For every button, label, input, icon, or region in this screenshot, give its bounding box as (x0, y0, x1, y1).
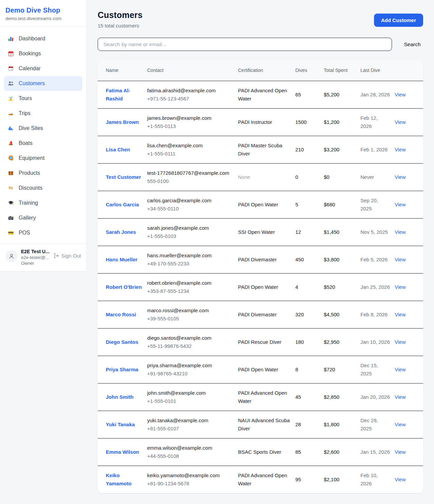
customers-table-card: Name Contact Certification Dives Total S… (98, 60, 423, 493)
view-customer-link[interactable]: View (395, 92, 406, 97)
customer-dives-cell: 0 (295, 163, 324, 191)
view-customer-link[interactable]: View (395, 147, 406, 152)
user-role: Owner (21, 261, 50, 266)
sidebar-item-trips[interactable]: Trips (4, 106, 82, 121)
customer-total-spent-cell: $720 (324, 356, 360, 383)
customer-contact-cell: marco.rossi@example.com +39-555-0105 (147, 301, 238, 328)
view-customer-link[interactable]: View (395, 202, 406, 207)
customer-actions-cell: View (395, 218, 423, 246)
customer-contact-cell: emma.wilson@example.com +44-555-0108 (147, 438, 238, 466)
customer-name-link[interactable]: Priya Sharma (106, 367, 138, 372)
customer-name-link[interactable]: Fatima Al-Rashid (106, 88, 130, 101)
view-customer-link[interactable]: View (395, 312, 406, 317)
calendar-icon: 17 (7, 50, 14, 57)
page-title: Customers (98, 10, 142, 20)
view-customer-link[interactable]: View (395, 394, 406, 400)
customer-last-dive-cell: Dec 28, 2025 (360, 411, 395, 438)
customer-total-spent-cell: $1,450 (324, 218, 360, 246)
sidebar-item-boats[interactable]: Boats (4, 136, 82, 151)
view-customer-link[interactable]: View (395, 174, 406, 180)
view-customer-link[interactable]: View (395, 339, 406, 345)
customer-certification-cell: PADI Open Water (238, 273, 295, 301)
customer-name-link[interactable]: Carlos Garcia (106, 202, 139, 207)
customer-contact-cell: keiko.yamamoto@example.com +81-90-1234-5… (147, 466, 238, 493)
customer-dives-cell: 8 (295, 356, 324, 383)
customer-actions-cell: View (395, 383, 423, 411)
customer-certification-cell: PADI Open Water (238, 191, 295, 218)
customer-last-dive-cell: Nov 5, 2025 (360, 218, 395, 246)
view-customer-link[interactable]: View (395, 449, 406, 455)
search-input[interactable] (98, 38, 392, 51)
view-customer-link[interactable]: View (395, 422, 406, 427)
sidebar-item-label: Equipment (19, 155, 45, 161)
customer-phone: +1-555-0103 (147, 232, 233, 240)
customer-dives-cell: 65 (295, 81, 324, 108)
table-row: Yuki Tanaka yuki.tanaka@example.com +81-… (98, 411, 423, 438)
table-row: Priya Sharma priya.sharma@example.com +9… (98, 356, 423, 383)
credit-card-icon (7, 229, 14, 236)
sidebar-item-equipment[interactable]: Equipment (4, 151, 82, 166)
sidebar-item-training[interactable]: Training (4, 195, 82, 210)
customer-name-link[interactable]: Test Customer (106, 174, 141, 180)
customer-name-link[interactable]: Yuki Tanaka (106, 422, 135, 427)
customer-last-dive-cell: Feb 10, 2026 (360, 466, 395, 493)
page-header: Customers 15 total customers Add Custome… (98, 10, 423, 29)
customer-email: james.brown@example.com (147, 114, 233, 122)
customer-name-link[interactable]: Sarah Jones (106, 229, 136, 235)
sidebar-item-pos[interactable]: POS (4, 225, 82, 240)
customer-email: hans.mueller@example.com (147, 251, 233, 260)
sidebar-item-customers[interactable]: Customers (4, 76, 82, 91)
view-customer-link[interactable]: View (395, 284, 406, 290)
sign-out-button[interactable]: Sign Out (53, 253, 81, 259)
customer-contact-cell: sarah.jones@example.com +1-555-0103 (147, 218, 238, 246)
customer-name-link[interactable]: Hans Mueller (106, 257, 137, 262)
customer-name-link[interactable]: Diego Santos (106, 339, 138, 345)
camera-icon (7, 214, 14, 221)
sidebar-header: Demo Dive Shop demo.test.divestreams.com (0, 0, 86, 26)
customer-name-link[interactable]: John Smith (106, 394, 134, 400)
customer-last-dive-cell: Jan 28, 2026 (360, 81, 395, 108)
sidebar-item-tours[interactable]: Tours (4, 91, 82, 106)
view-customer-link[interactable]: View (395, 367, 406, 372)
customer-dives-cell: 85 (295, 438, 324, 466)
sidebar-item-discounts[interactable]: Discounts (4, 181, 82, 195)
sidebar-item-label: Bookings (19, 51, 41, 57)
sidebar-item-dashboard[interactable]: Dashboard (4, 31, 82, 46)
view-customer-link[interactable]: View (395, 257, 406, 262)
customer-actions-cell: View (395, 356, 423, 383)
customer-dives-cell: 210 (295, 136, 324, 163)
search-row: Search (98, 38, 423, 51)
sidebar-item-gallery[interactable]: Gallery (4, 210, 82, 225)
customer-name-cell: Hans Mueller (98, 246, 147, 273)
customer-name-link[interactable]: Marco Rossi (106, 312, 136, 317)
customer-total-spent-cell: $680 (324, 191, 360, 218)
spiral-calendar-icon (7, 65, 14, 72)
customer-name-link[interactable]: Emma Wilson (106, 449, 139, 455)
customer-email: yuki.tanaka@example.com (147, 416, 233, 425)
search-button[interactable]: Search (401, 39, 423, 50)
customer-dives-cell: 95 (295, 466, 324, 493)
dive-mask-icon (7, 155, 14, 162)
view-customer-link[interactable]: View (395, 477, 406, 482)
customer-name-link[interactable]: Lisa Chen (106, 147, 130, 152)
customer-contact-cell: james.brown@example.com +1-555-0113 (147, 108, 238, 136)
user-meta: E2E Test U... e2e-tester@... Owner (21, 249, 50, 266)
table-row: Sarah Jones sarah.jones@example.com +1-5… (98, 218, 423, 246)
customer-last-dive-cell: Feb 1, 2026 (360, 136, 395, 163)
customer-email: lisa.chen@example.com (147, 142, 233, 150)
customer-name-cell: Carlos Garcia (98, 191, 147, 218)
add-customer-button[interactable]: Add Customer (374, 14, 423, 27)
view-customer-link[interactable]: View (395, 119, 406, 125)
view-customer-link[interactable]: View (395, 229, 406, 235)
customer-name-link[interactable]: James Brown (106, 119, 139, 125)
sidebar-item-dive-sites[interactable]: Dive Sites (4, 121, 82, 136)
sidebar-item-products[interactable]: Products (4, 166, 82, 181)
customer-email: marco.rossi@example.com (147, 306, 233, 315)
customer-phone: +91-98765-43210 (147, 370, 233, 378)
customer-name-link[interactable]: Keiko Yamamoto (106, 472, 132, 486)
customer-actions-cell: View (395, 466, 423, 493)
sidebar-item-calendar[interactable]: Calendar (4, 61, 82, 76)
sidebar-item-bookings[interactable]: 17 Bookings (4, 46, 82, 61)
customer-name-link[interactable]: Robert O'Brien (106, 284, 142, 290)
customer-name-cell: Emma Wilson (98, 438, 147, 466)
